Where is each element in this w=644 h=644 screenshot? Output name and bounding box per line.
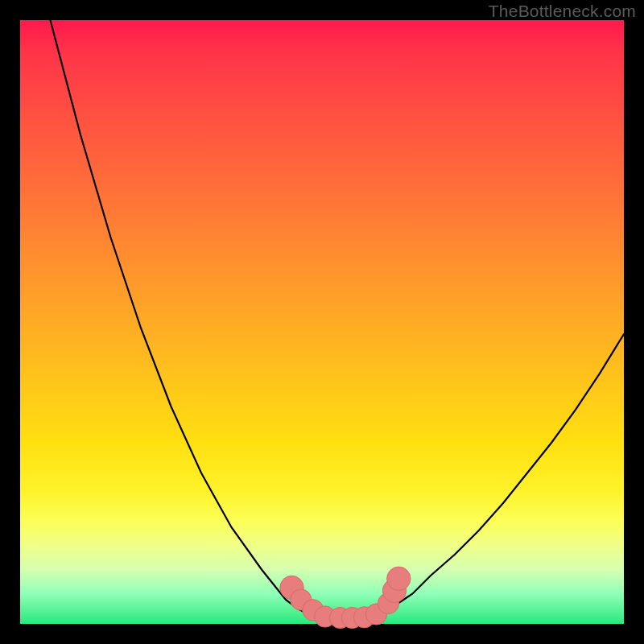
chart-svg (20, 20, 624, 624)
watermark-text: TheBottleneck.com (489, 2, 636, 21)
curve-marker (387, 567, 411, 590)
curve-left (51, 20, 323, 618)
curve-markers (280, 567, 411, 629)
chart-plot-area (20, 20, 624, 624)
chart-frame: TheBottleneck.com (0, 0, 644, 644)
